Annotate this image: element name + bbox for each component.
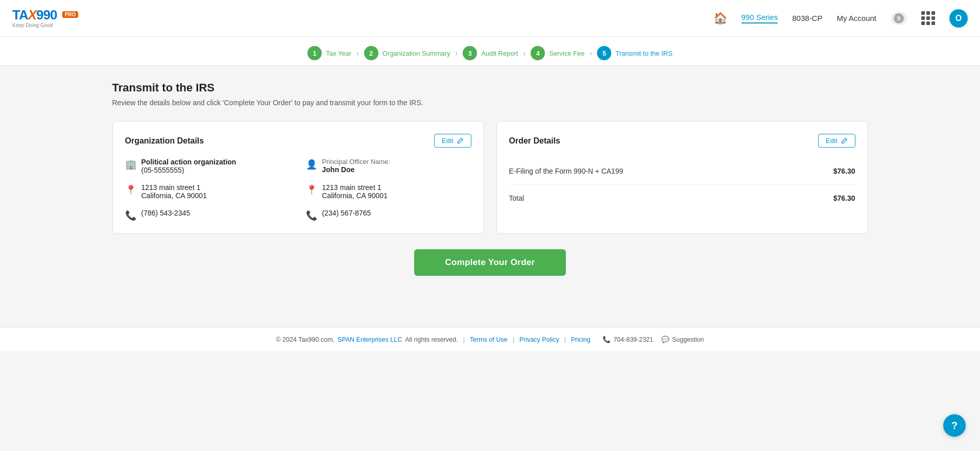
- order-card: Order Details Edit E-Filing of the Form …: [496, 121, 868, 234]
- stepper: 1 Tax Year › 2 Organization Summary › 3 …: [0, 37, 980, 66]
- order-edit-label: Edit: [826, 137, 837, 145]
- step-arrow-2: ›: [456, 49, 458, 57]
- footer-privacy-link[interactable]: Privacy Policy: [519, 336, 559, 343]
- order-line-desc: E-Filing of the Form 990-N + CA199: [509, 167, 624, 175]
- user-avatar[interactable]: O: [949, 9, 968, 28]
- footer: © 2024 Tax990.com, SPAN Enterprises LLC …: [0, 327, 980, 351]
- nav-8038cp[interactable]: 8038-CP: [792, 14, 822, 22]
- order-total-price: $76.30: [833, 194, 855, 202]
- person-icon: 👤: [306, 159, 317, 170]
- step-5[interactable]: 5 Transmit to the IRS: [597, 46, 673, 60]
- officer-city-state: California, CA 90001: [322, 192, 388, 200]
- step-4-circle: 4: [531, 46, 545, 60]
- step-2-circle: 2: [364, 46, 378, 60]
- footer-rights: All rights reserved.: [405, 336, 458, 343]
- step-3[interactable]: 3 Audit Report: [463, 46, 518, 60]
- order-card-header: Order Details Edit: [509, 134, 855, 148]
- step-2[interactable]: 2 Organization Summary: [364, 46, 450, 60]
- step-3-circle: 3: [463, 46, 477, 60]
- officer-name: John Doe: [322, 165, 390, 174]
- footer-suggestion-area[interactable]: 💬 Suggestion: [661, 336, 704, 343]
- officer-location-icon: 📍: [306, 184, 317, 196]
- footer-sep-1: |: [463, 336, 465, 343]
- step-1-label: Tax Year: [326, 50, 351, 57]
- step-arrow-4: ›: [590, 49, 592, 57]
- footer-phone-number: 704-839-2321: [613, 336, 653, 343]
- cards-row: Organization Details Edit 🏢 Political ac…: [112, 121, 868, 234]
- org-address1: 1213 main street 1: [141, 183, 207, 192]
- order-total-label: Total: [509, 194, 524, 202]
- org-ein: (05-5555555): [141, 166, 236, 174]
- officer-phone-field: 📞 (234) 567-8765: [306, 209, 471, 221]
- toggle-x[interactable]: X: [894, 13, 904, 23]
- org-name-field: 🏢 Political action organization (05-5555…: [125, 158, 291, 174]
- org-phone: (786) 543-2345: [141, 209, 190, 217]
- step-arrow-1: ›: [356, 49, 359, 57]
- footer-phone-area: 📞 704-839-2321: [603, 336, 653, 343]
- org-phone-field: 📞 (786) 543-2345: [125, 209, 291, 221]
- org-name: Political action organization: [141, 158, 236, 166]
- step-2-label: Organization Summary: [383, 50, 450, 57]
- logo-tagline: Keep Doing Good: [12, 22, 53, 28]
- suggestion-icon: 💬: [661, 336, 670, 343]
- footer-pricing-link[interactable]: Pricing: [571, 336, 590, 343]
- complete-order-button[interactable]: Complete Your Order: [414, 249, 565, 276]
- step-4-label: Service Fee: [549, 50, 584, 57]
- step-3-label: Audit Report: [481, 50, 518, 57]
- building-icon: 🏢: [125, 159, 136, 170]
- officer-phone: (234) 567-8765: [322, 209, 371, 217]
- page-title: Transmit to the IRS: [112, 81, 868, 94]
- toggle-area[interactable]: X: [891, 12, 907, 25]
- order-card-title: Order Details: [509, 136, 560, 146]
- org-address-field: 📍 1213 main street 1 California, CA 9000…: [125, 183, 291, 200]
- org-card-header: Organization Details Edit: [125, 134, 471, 148]
- suggestion-label: Suggestion: [672, 336, 704, 343]
- step-1[interactable]: 1 Tax Year: [307, 46, 351, 60]
- cta-bar: Complete Your Order: [112, 234, 868, 286]
- order-total-line: Total $76.30: [509, 185, 855, 202]
- order-line-item: E-Filing of the Form 990-N + CA199 $76.3…: [509, 158, 855, 185]
- header: TAX990 PRO Keep Doing Good 🏠 990 Series …: [0, 0, 980, 37]
- org-card: Organization Details Edit 🏢 Political ac…: [112, 121, 484, 234]
- step-1-circle: 1: [307, 46, 322, 60]
- footer-phone-icon: 📞: [603, 336, 611, 343]
- logo-tax: TA: [12, 7, 28, 22]
- org-edit-button[interactable]: Edit: [434, 134, 471, 148]
- order-edit-icon: [841, 137, 848, 145]
- logo-x: X: [28, 7, 36, 22]
- footer-terms-link[interactable]: Terms of Use: [470, 336, 508, 343]
- officer-phone-icon: 📞: [306, 210, 317, 221]
- edit-icon: [457, 137, 464, 145]
- main-content: Transmit to the IRS Review the details b…: [92, 66, 889, 327]
- officer-label: Principal Officer Name:: [322, 158, 390, 165]
- step-5-label: Transmit to the IRS: [615, 50, 673, 57]
- logo-num: 990: [36, 7, 57, 22]
- order-line-price: $76.30: [833, 167, 855, 175]
- pro-badge: PRO: [62, 11, 79, 18]
- header-nav: 🏠 990 Series 8038-CP My Account X O: [713, 9, 968, 28]
- logo[interactable]: TAX990 PRO Keep Doing Good: [12, 8, 78, 28]
- footer-sep-3: |: [564, 336, 566, 343]
- org-fields-grid: 🏢 Political action organization (05-5555…: [125, 158, 471, 221]
- grid-apps-icon[interactable]: [921, 11, 935, 25]
- nav-990-series[interactable]: 990 Series: [742, 13, 778, 23]
- home-icon[interactable]: 🏠: [713, 12, 727, 25]
- org-city-state: California, CA 90001: [141, 192, 207, 200]
- order-edit-button[interactable]: Edit: [818, 134, 855, 148]
- nav-my-account[interactable]: My Account: [836, 14, 876, 22]
- footer-span-link[interactable]: SPAN Enterprises LLC: [338, 336, 402, 343]
- phone-icon: 📞: [125, 210, 136, 221]
- org-card-title: Organization Details: [125, 136, 204, 146]
- step-4[interactable]: 4 Service Fee: [531, 46, 584, 60]
- officer-address1: 1213 main street 1: [322, 183, 388, 192]
- officer-address-field: 📍 1213 main street 1 California, CA 9000…: [306, 183, 471, 200]
- footer-copyright: © 2024 Tax990.com,: [276, 336, 334, 343]
- location-icon: 📍: [125, 184, 136, 196]
- step-arrow-3: ›: [523, 49, 526, 57]
- page-subtitle: Review the details below and click 'Comp…: [112, 99, 868, 107]
- step-5-circle: 5: [597, 46, 611, 60]
- org-edit-label: Edit: [442, 137, 453, 145]
- footer-sep-2: |: [513, 336, 514, 343]
- officer-name-field: 👤 Principal Officer Name: John Doe: [306, 158, 471, 174]
